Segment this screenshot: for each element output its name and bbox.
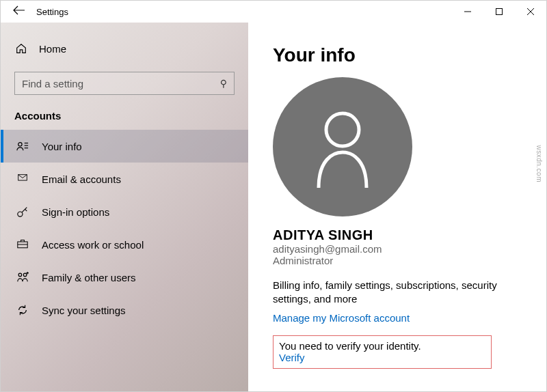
window-title: Settings [36, 7, 68, 17]
svg-point-9 [18, 212, 23, 216]
sidebar-item-your-info[interactable]: Your info [1, 130, 248, 163]
billing-description: Billing info, family settings, subscript… [273, 279, 522, 307]
svg-point-11 [18, 273, 22, 277]
svg-point-15 [326, 113, 359, 146]
family-icon [16, 270, 29, 284]
briefcase-icon [16, 238, 29, 251]
sidebar-item-label: Sync your settings [42, 305, 126, 316]
home-label: Home [39, 43, 66, 55]
back-button[interactable] [13, 5, 25, 18]
titlebar: Settings [1, 1, 546, 23]
person-icon [308, 106, 377, 188]
svg-point-4 [18, 143, 22, 146]
sync-icon [16, 303, 29, 317]
sidebar-item-sync[interactable]: Sync your settings [1, 294, 248, 326]
sidebar-item-signin[interactable]: Sign-in options [1, 195, 248, 228]
page-title: Your info [273, 44, 522, 66]
svg-rect-1 [496, 9, 503, 15]
sidebar-item-label: Your info [42, 141, 82, 152]
your-info-icon [16, 139, 29, 153]
verify-text: You need to verify your identity. [279, 340, 485, 352]
close-button[interactable] [515, 1, 546, 23]
category-heading: Accounts [1, 95, 248, 130]
sidebar-item-label: Sign-in options [42, 206, 109, 218]
user-email: adityasingh@gmail.com [273, 243, 522, 255]
search-box[interactable]: ⚲ [14, 72, 235, 95]
search-input[interactable] [22, 78, 220, 89]
sidebar: Home ⚲ Accounts Your info Email & accoun… [1, 23, 248, 391]
user-role: Administrator [273, 255, 522, 266]
content-pane: Your info ADITYA SINGH adityasingh@gmail… [248, 23, 546, 391]
sidebar-item-email[interactable]: Email & accounts [1, 163, 248, 195]
svg-point-12 [23, 273, 27, 277]
manage-account-link[interactable]: Manage my Microsoft account [273, 312, 410, 324]
key-icon [16, 205, 29, 219]
search-icon: ⚲ [220, 78, 227, 89]
sidebar-item-label: Family & other users [42, 272, 136, 283]
verify-identity-box: You need to verify your identity. Verify [273, 335, 492, 369]
email-icon [16, 172, 29, 186]
sidebar-item-label: Access work or school [42, 239, 144, 251]
verify-link[interactable]: Verify [279, 352, 305, 363]
home-icon [14, 42, 28, 55]
avatar [273, 77, 412, 216]
sidebar-item-work[interactable]: Access work or school [1, 228, 248, 261]
sidebar-item-label: Email & accounts [42, 173, 121, 185]
user-name: ADITYA SINGH [273, 227, 522, 243]
maximize-button[interactable] [483, 1, 515, 23]
minimize-button[interactable] [452, 1, 483, 23]
home-nav[interactable]: Home [1, 36, 248, 61]
sidebar-item-family[interactable]: Family & other users [1, 261, 248, 294]
watermark: wsxdn.com [535, 145, 543, 182]
